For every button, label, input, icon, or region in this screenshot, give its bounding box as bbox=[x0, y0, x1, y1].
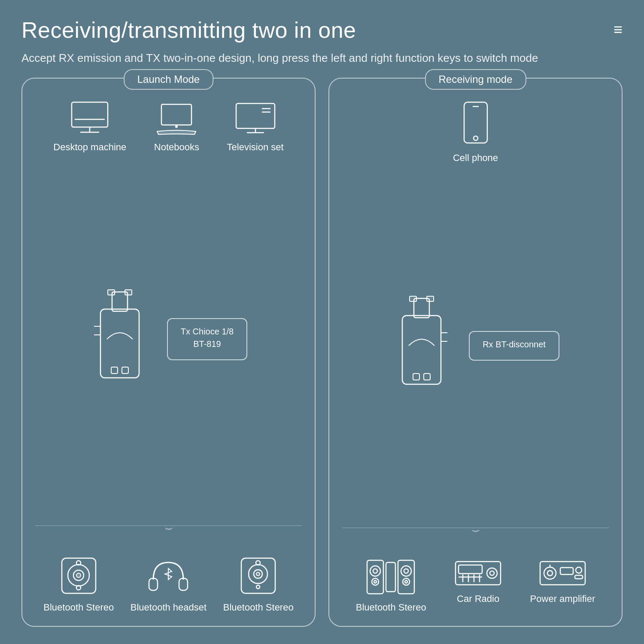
device-car-radio: Car Radio bbox=[453, 558, 503, 613]
left-bottom-devices: Bluetooth Stereo Bluetooth headset bbox=[35, 539, 302, 613]
rx-line1: Rx BT-disconnet bbox=[483, 340, 546, 349]
device-laptop: Notebooks bbox=[154, 100, 199, 153]
phone-label: Cell phone bbox=[453, 152, 498, 164]
svg-point-35 bbox=[474, 136, 478, 140]
svg-point-54 bbox=[405, 580, 407, 583]
device-hifi: Bluetooth Stereo bbox=[356, 558, 426, 613]
device-phone: Cell phone bbox=[453, 100, 498, 164]
svg-rect-13 bbox=[108, 290, 115, 295]
right-top-devices: Cell phone bbox=[342, 87, 609, 168]
device-tv: Television set bbox=[227, 100, 284, 153]
device-bt-speaker: Bluetooth Stereo bbox=[43, 556, 114, 613]
hifi-label: Bluetooth Stereo bbox=[356, 602, 426, 613]
svg-point-47 bbox=[372, 578, 379, 585]
svg-rect-56 bbox=[459, 565, 482, 574]
svg-point-30 bbox=[256, 572, 260, 576]
device-power-amp: Power amplifier bbox=[530, 558, 595, 613]
device-bt-headset: Bluetooth headset bbox=[131, 556, 207, 613]
car-radio-icon bbox=[453, 558, 503, 588]
phone-icon bbox=[461, 100, 491, 147]
svg-rect-68 bbox=[560, 568, 573, 574]
svg-rect-49 bbox=[386, 562, 395, 592]
svg-rect-15 bbox=[111, 367, 118, 374]
tv-label: Television set bbox=[227, 142, 284, 153]
svg-rect-39 bbox=[427, 296, 434, 301]
car-radio-label: Car Radio bbox=[457, 593, 499, 605]
right-panel: Receiving mode Cell phone bbox=[328, 78, 623, 627]
tv-icon bbox=[234, 100, 277, 137]
svg-point-65 bbox=[544, 567, 556, 579]
svg-point-48 bbox=[374, 580, 377, 583]
hifi-icon bbox=[366, 558, 416, 597]
svg-rect-14 bbox=[125, 290, 132, 295]
svg-rect-26 bbox=[179, 578, 188, 590]
bt-headset-label: Bluetooth headset bbox=[131, 602, 207, 613]
usb-dongle-left bbox=[90, 283, 150, 395]
svg-point-53 bbox=[403, 578, 410, 585]
svg-rect-25 bbox=[149, 578, 158, 590]
svg-rect-44 bbox=[367, 560, 383, 594]
power-amp-label: Power amplifier bbox=[530, 593, 595, 605]
left-top-devices: Desktop machine Notebooks bbox=[35, 87, 302, 157]
svg-point-52 bbox=[404, 569, 408, 573]
usb-dongle-right bbox=[392, 290, 452, 401]
right-panel-label: Receiving mode bbox=[425, 69, 526, 90]
bt-speaker2-icon bbox=[238, 556, 279, 597]
svg-rect-40 bbox=[413, 374, 419, 380]
svg-point-45 bbox=[370, 566, 380, 576]
right-center: Rx BT-disconnet bbox=[342, 168, 609, 523]
svg-point-51 bbox=[401, 566, 411, 576]
svg-rect-38 bbox=[410, 296, 416, 301]
tx-line2: BT-819 bbox=[181, 339, 234, 349]
left-center: Tx Chioce 1/8 BT-819 bbox=[35, 157, 302, 521]
left-panel-label: Launch Mode bbox=[124, 69, 213, 90]
right-bottom-devices: Bluetooth Stereo bbox=[342, 541, 609, 613]
page-header: Receiving/transmitting two in one ≡ bbox=[21, 17, 623, 43]
svg-rect-4 bbox=[161, 104, 191, 125]
svg-point-32 bbox=[256, 585, 260, 589]
bt-headset-icon bbox=[147, 556, 190, 597]
subtitle: Accept RX emission and TX two-in-one des… bbox=[21, 52, 623, 65]
tx-info-box: Tx Chioce 1/8 BT-819 bbox=[167, 318, 247, 360]
svg-point-66 bbox=[547, 571, 553, 576]
bt-stereo2-label: Bluetooth Stereo bbox=[223, 602, 294, 613]
menu-icon[interactable]: ≡ bbox=[614, 21, 623, 39]
svg-rect-70 bbox=[575, 575, 583, 579]
svg-point-63 bbox=[490, 571, 494, 575]
rx-info-box: Rx BT-disconnet bbox=[469, 331, 559, 361]
svg-rect-11 bbox=[100, 309, 139, 378]
svg-point-22 bbox=[76, 573, 81, 577]
main-title: Receiving/transmitting two in one bbox=[21, 17, 356, 43]
svg-rect-36 bbox=[402, 316, 441, 384]
svg-rect-33 bbox=[464, 102, 487, 143]
laptop-icon bbox=[155, 100, 198, 137]
panels-container: Launch Mode Desktop machine bbox=[21, 78, 623, 627]
power-amp-icon bbox=[538, 558, 587, 588]
svg-rect-50 bbox=[398, 560, 414, 594]
bt-speaker-label: Bluetooth Stereo bbox=[43, 602, 114, 613]
svg-point-69 bbox=[576, 567, 582, 573]
svg-rect-6 bbox=[236, 103, 275, 128]
svg-point-62 bbox=[487, 568, 497, 578]
device-desktop: Desktop machine bbox=[53, 100, 126, 153]
left-panel: Launch Mode Desktop machine bbox=[21, 78, 316, 627]
desktop-label: Desktop machine bbox=[53, 142, 126, 153]
svg-point-5 bbox=[175, 125, 178, 128]
tx-line1: Tx Chioce 1/8 bbox=[181, 327, 234, 337]
bt-speaker-icon bbox=[58, 556, 99, 597]
svg-rect-16 bbox=[122, 367, 128, 374]
desktop-icon bbox=[68, 100, 111, 137]
svg-rect-41 bbox=[424, 374, 430, 380]
svg-point-46 bbox=[373, 569, 377, 573]
laptop-label: Notebooks bbox=[154, 142, 199, 153]
device-bt-stereo2: Bluetooth Stereo bbox=[223, 556, 294, 613]
svg-rect-0 bbox=[72, 102, 108, 127]
